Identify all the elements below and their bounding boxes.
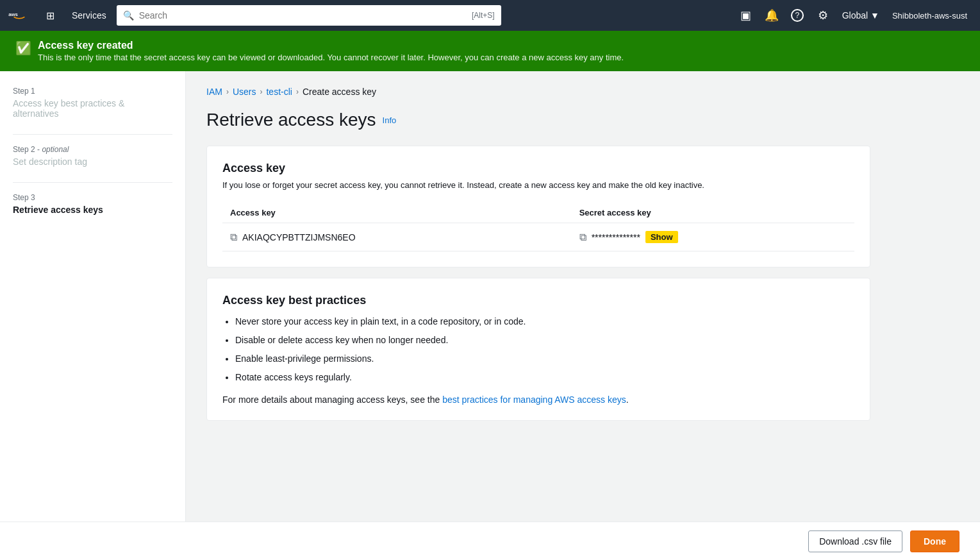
breadcrumb-iam[interactable]: IAM xyxy=(206,87,222,97)
bottom-bar: Download .csv file Done xyxy=(0,522,980,560)
list-item: Disable or delete access key when no lon… xyxy=(235,334,854,347)
sidebar: Step 1 Access key best practices & alter… xyxy=(0,71,186,560)
main-content: IAM › Users › test-cli › Create access k… xyxy=(186,71,891,560)
download-csv-button[interactable]: Download .csv file xyxy=(808,530,902,552)
region-selector[interactable]: Global ▼ xyxy=(837,8,884,23)
sidebar-step-3: Step 3 Retrieve access keys xyxy=(13,193,172,215)
search-bar[interactable]: 🔍 [Alt+S] xyxy=(117,5,501,26)
access-key-row: ⧉ AKIAQCYPBTTZIJMSN6EO ⧉ ************** … xyxy=(222,223,854,251)
access-key-value: AKIAQCYPBTTZIJMSN6EO xyxy=(242,232,356,242)
nav-right: ▣ 🔔 ? ⚙ Global ▼ Shibboleth-aws-sust xyxy=(735,4,972,27)
bell-icon-btn[interactable]: 🔔 xyxy=(760,4,783,27)
main-layout: Step 1 Access key best practices & alter… xyxy=(0,71,980,560)
access-key-card: Access key If you lose or forget your se… xyxy=(206,146,870,267)
breadcrumb-sep-1: › xyxy=(226,87,229,96)
services-label: Services xyxy=(72,10,106,21)
breadcrumb-users[interactable]: Users xyxy=(233,87,256,97)
search-shortcut: [Alt+S] xyxy=(472,11,495,20)
sidebar-step-2: Step 2 - optional Set description tag xyxy=(13,145,172,167)
show-secret-button[interactable]: Show xyxy=(645,231,678,243)
help-icon-btn[interactable]: ? xyxy=(786,4,809,27)
services-menu[interactable]: Services xyxy=(67,8,112,23)
svg-text:aws: aws xyxy=(8,12,18,17)
secret-key-value: ************** xyxy=(592,232,640,242)
success-icon: ✅ xyxy=(15,40,31,56)
col-secret-header: Secret access key xyxy=(572,203,854,223)
copy-access-key-icon[interactable]: ⧉ xyxy=(230,232,237,243)
breadcrumb-test-cli[interactable]: test-cli xyxy=(266,87,292,97)
breadcrumb: IAM › Users › test-cli › Create access k… xyxy=(206,87,870,97)
step-1-label: Step 1 xyxy=(13,87,172,96)
sidebar-step-1: Step 1 Access key best practices & alter… xyxy=(13,87,172,119)
settings-icon-btn[interactable]: ⚙ xyxy=(811,4,835,27)
best-practices-card: Access key best practices Never store yo… xyxy=(206,278,870,421)
step-1-title: Access key best practices & alternatives xyxy=(13,98,172,119)
list-item: Never store your access key in plain tex… xyxy=(235,315,854,328)
step-3-label: Step 3 xyxy=(13,193,172,202)
aws-logo[interactable]: aws xyxy=(8,8,31,23)
done-button[interactable]: Done xyxy=(910,530,959,552)
col-access-key-header: Access key xyxy=(222,203,572,223)
best-practices-title: Access key best practices xyxy=(222,294,854,307)
access-key-card-desc: If you lose or forget your secret access… xyxy=(222,180,854,190)
search-input[interactable] xyxy=(139,10,467,21)
list-item: Enable least-privilege permissions. xyxy=(235,352,854,366)
best-practices-list: Never store your access key in plain tex… xyxy=(222,315,854,384)
access-key-card-title: Access key xyxy=(222,162,854,175)
more-details-text: For more details about managing access k… xyxy=(222,395,854,405)
step-3-title: Retrieve access keys xyxy=(13,205,172,215)
breadcrumb-sep-3: › xyxy=(296,87,299,96)
banner-description: This is the only time that the secret ac… xyxy=(38,53,624,62)
top-navigation: aws ⊞ Services 🔍 [Alt+S] ▣ 🔔 ? ⚙ Global … xyxy=(0,0,980,31)
search-icon: 🔍 xyxy=(123,10,134,21)
breadcrumb-sep-2: › xyxy=(260,87,262,96)
access-key-cell: ⧉ AKIAQCYPBTTZIJMSN6EO xyxy=(222,223,572,251)
best-practices-link[interactable]: best practices for managing AWS access k… xyxy=(442,395,626,405)
grid-icon[interactable]: ⊞ xyxy=(38,4,62,27)
info-link[interactable]: Info xyxy=(383,115,397,125)
account-menu[interactable]: Shibboleth-aws-sust xyxy=(887,8,972,23)
step-2-title: Set description tag xyxy=(13,157,172,167)
step-2-label: Step 2 - optional xyxy=(13,145,172,154)
list-item: Rotate access keys regularly. xyxy=(235,371,854,384)
copy-secret-key-icon[interactable]: ⧉ xyxy=(579,232,586,243)
success-banner: ✅ Access key created This is the only ti… xyxy=(0,31,980,71)
breadcrumb-current: Create access key xyxy=(303,87,376,97)
page-title: Retrieve access keys Info xyxy=(206,110,870,130)
terminal-icon-btn[interactable]: ▣ xyxy=(735,4,758,27)
banner-title: Access key created xyxy=(38,40,624,51)
secret-key-cell: ⧉ ************** Show xyxy=(572,223,854,251)
access-key-table: Access key Secret access key ⧉ AKIAQCYPB… xyxy=(222,203,854,251)
